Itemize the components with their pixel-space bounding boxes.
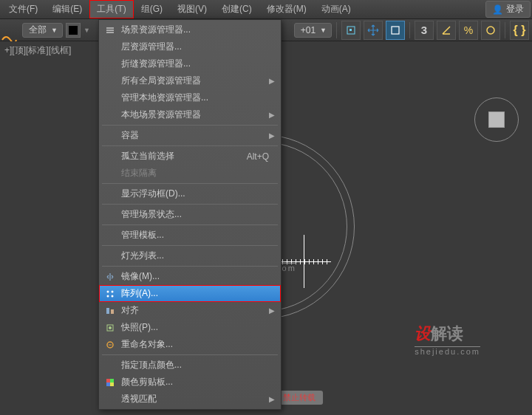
chevron-down-icon: ▼ bbox=[51, 27, 58, 34]
chevron-down-icon: ▼ bbox=[83, 27, 90, 34]
chevron-down-icon: ▼ bbox=[320, 27, 327, 34]
blank-icon bbox=[102, 150, 118, 163]
menu-group[interactable]: 组(G) bbox=[134, 0, 170, 18]
dropdown-item-label: 结束隔离 bbox=[118, 167, 275, 179]
dropdown-item[interactable]: 管理模板... bbox=[99, 227, 281, 244]
coords-value: +01 bbox=[301, 25, 316, 35]
menu-animation[interactable]: 动画(A) bbox=[314, 0, 358, 18]
named-sel-sets-button[interactable]: { } bbox=[510, 21, 529, 40]
toolbar-separator bbox=[336, 22, 337, 38]
dropdown-item-label: 显示浮动框(D)... bbox=[118, 188, 275, 200]
menu-file[interactable]: 文件(F) bbox=[1, 0, 45, 18]
dropdown-item[interactable]: 孤立当前选择Alt+Q bbox=[99, 148, 281, 165]
coords-dropdown[interactable]: +01 ▼ bbox=[294, 23, 332, 38]
dropdown-shortcut: Alt+Q bbox=[247, 151, 275, 162]
dropdown-item-label: 孤立当前选择 bbox=[118, 150, 247, 162]
dropdown-item[interactable]: 容器▶ bbox=[99, 127, 281, 144]
viewcube-face[interactable] bbox=[488, 112, 505, 128]
menu-edit[interactable]: 编辑(E) bbox=[45, 0, 89, 18]
submenu-arrow-icon: ▶ bbox=[269, 77, 275, 85]
dropdown-item[interactable]: 层资源管理器... bbox=[99, 38, 281, 55]
menu-view[interactable]: 视图(V) bbox=[170, 0, 214, 18]
dropdown-item[interactable]: 镜像(M)... bbox=[99, 268, 281, 285]
angle-snap-button[interactable] bbox=[437, 21, 456, 40]
dropdown-item-label: 场景资源管理器... bbox=[118, 24, 275, 36]
svg-rect-18 bbox=[106, 383, 110, 386]
dropdown-item-label: 透视匹配 bbox=[118, 393, 269, 405]
dropdown-item[interactable]: 管理场景状态... bbox=[99, 206, 281, 223]
submenu-arrow-icon: ▶ bbox=[269, 111, 275, 119]
dropdown-separator bbox=[102, 125, 278, 126]
dropdown-separator bbox=[102, 245, 278, 246]
dropdown-item[interactable]: 阵列(A)... bbox=[99, 285, 281, 302]
blank-icon bbox=[102, 167, 118, 180]
viewport-label[interactable]: +][顶][标准][线框] bbox=[4, 44, 71, 57]
svg-point-9 bbox=[107, 295, 109, 297]
dropdown-item[interactable]: 管理本地资源管理器... bbox=[99, 89, 281, 106]
dropdown-separator bbox=[102, 145, 278, 146]
dropdown-item-label: 折缝资源管理器... bbox=[118, 58, 275, 70]
submenu-arrow-icon: ▶ bbox=[269, 131, 275, 140]
menu-create[interactable]: 创建(C) bbox=[214, 0, 259, 18]
selection-filter-dropdown[interactable]: 全部 ▼ bbox=[22, 23, 63, 38]
submenu-arrow-icon: ▶ bbox=[269, 395, 275, 403]
dropdown-item-label: 管理模板... bbox=[118, 229, 275, 241]
blank-icon bbox=[102, 229, 118, 242]
blank-icon bbox=[102, 208, 118, 222]
blank-icon bbox=[102, 188, 118, 201]
spinner-snap-button[interactable] bbox=[481, 21, 500, 40]
menu-modifiers[interactable]: 修改器(M) bbox=[259, 0, 314, 18]
dropdown-item-label: 灯光列表... bbox=[118, 250, 275, 262]
user-icon: 👤 bbox=[492, 4, 503, 15]
dropdown-item-label: 颜色剪贴板... bbox=[118, 376, 275, 388]
dropdown-item[interactable]: 指定顶点颜色... bbox=[99, 357, 281, 374]
dropdown-item[interactable]: 所有全局资源管理器▶ bbox=[99, 72, 281, 89]
dropdown-item[interactable]: 场景资源管理器... bbox=[99, 21, 281, 38]
dropdown-item-label: 本地场景资源管理器 bbox=[118, 109, 269, 121]
move-button[interactable] bbox=[364, 21, 383, 40]
svg-rect-11 bbox=[106, 308, 109, 314]
blank-icon bbox=[102, 250, 118, 263]
dropdown-item-label: 指定顶点颜色... bbox=[118, 359, 275, 371]
dropdown-item-label: 重命名对象... bbox=[118, 338, 275, 351]
submenu-arrow-icon: ▶ bbox=[269, 306, 275, 315]
svg-point-10 bbox=[112, 295, 114, 297]
percent-snap-button[interactable]: % bbox=[459, 21, 478, 40]
menu-tools[interactable]: 工具(T) bbox=[89, 0, 133, 18]
snap-toggle-button[interactable]: 3 bbox=[415, 21, 434, 40]
dropdown-item[interactable]: 显示浮动框(D)... bbox=[99, 185, 281, 202]
dropdown-item[interactable]: 本地场景资源管理器▶ bbox=[99, 106, 281, 123]
rotate-button[interactable] bbox=[386, 21, 405, 40]
dropdown-item[interactable]: 透视匹配▶ bbox=[99, 391, 281, 408]
select-object-button[interactable] bbox=[341, 21, 361, 40]
svg-point-7 bbox=[107, 290, 109, 292]
array-icon bbox=[102, 287, 118, 301]
dropdown-item[interactable]: 颜色剪贴板... bbox=[99, 374, 281, 391]
viewcube[interactable] bbox=[474, 97, 519, 142]
dropdown-item: 结束隔离 bbox=[99, 165, 281, 182]
dropdown-item[interactable]: 重命名对象... bbox=[99, 336, 281, 353]
svg-point-3 bbox=[487, 27, 494, 34]
dropdown-item-label: 层资源管理器... bbox=[118, 41, 275, 53]
dropdown-item[interactable]: 折缝资源管理器... bbox=[99, 55, 281, 72]
svg-rect-12 bbox=[111, 309, 114, 314]
dropdown-item[interactable]: 对齐▶ bbox=[99, 302, 281, 319]
rename-icon bbox=[102, 338, 118, 351]
dropdown-item[interactable]: 快照(P)... bbox=[99, 319, 281, 336]
svg-rect-5 bbox=[106, 30, 114, 31]
toolbar-separator bbox=[505, 22, 505, 38]
list-icon bbox=[102, 24, 118, 37]
color-swatch[interactable] bbox=[66, 23, 81, 38]
dropdown-separator bbox=[102, 204, 278, 205]
curly-brace-icon: { } bbox=[514, 24, 526, 37]
blank-icon bbox=[102, 58, 118, 71]
svg-point-8 bbox=[112, 290, 114, 292]
dropdown-item-label: 阵列(A)... bbox=[118, 287, 275, 300]
dropdown-item[interactable]: 灯光列表... bbox=[99, 247, 281, 264]
blank-icon bbox=[102, 109, 118, 122]
color-icon bbox=[102, 376, 118, 389]
snap-icon bbox=[102, 321, 118, 335]
dropdown-separator bbox=[102, 224, 278, 225]
toolbar-separator bbox=[409, 22, 410, 38]
login-button[interactable]: 👤 登录 bbox=[485, 1, 531, 18]
